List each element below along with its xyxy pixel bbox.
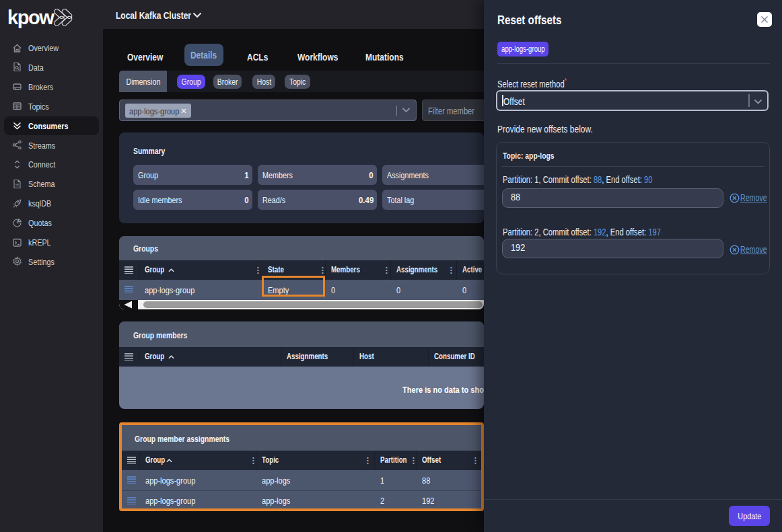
svg-text:kpow: kpow [7,7,55,28]
